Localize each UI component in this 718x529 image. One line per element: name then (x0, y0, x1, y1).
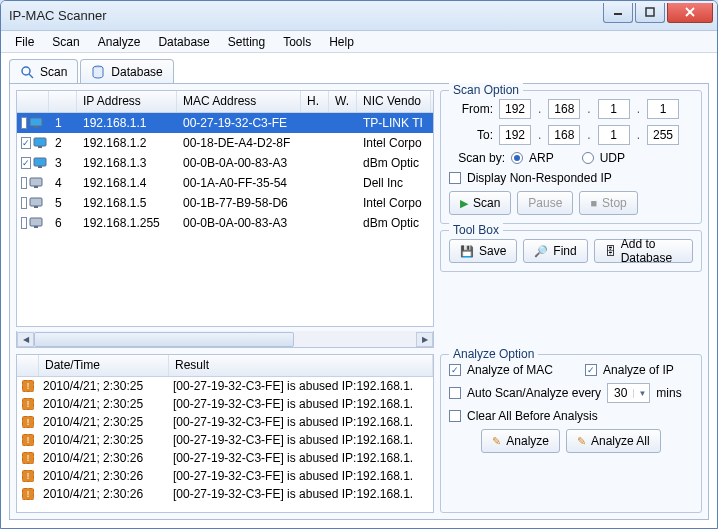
analyze-all-button[interactable]: ✎Analyze All (566, 429, 661, 453)
cell-mac: 00-27-19-32-C3-FE (177, 116, 301, 130)
menu-file[interactable]: File (7, 33, 42, 51)
analyze-ip-checkbox[interactable] (585, 364, 597, 376)
row-index: 3 (49, 156, 77, 170)
tab-strip: Scan Database (9, 57, 709, 83)
from-ip-oct3[interactable] (598, 99, 630, 119)
menu-tools[interactable]: Tools (275, 33, 319, 51)
to-ip-oct3[interactable] (598, 125, 630, 145)
log-row[interactable]: 2010/4/21; 2:30:26[00-27-19-32-C3-FE] is… (17, 485, 433, 503)
row-checkbox[interactable] (21, 177, 27, 189)
log-datetime: 2010/4/21; 2:30:26 (39, 487, 169, 501)
scroll-thumb[interactable] (34, 332, 294, 347)
analyze-mac-label: Analyze of MAC (467, 363, 553, 377)
from-ip-oct1[interactable] (499, 99, 531, 119)
menu-setting[interactable]: Setting (220, 33, 273, 51)
grid-header: IP Address MAC Address H. W. NIC Vendo (17, 91, 433, 113)
table-row[interactable]: ✓3192.168.1.300-0B-0A-00-83-A3dBm Optic (17, 153, 433, 173)
scan-result-grid[interactable]: IP Address MAC Address H. W. NIC Vendo 1… (16, 90, 434, 327)
col-ip[interactable]: IP Address (77, 91, 177, 112)
col-result[interactable]: Result (169, 355, 433, 376)
log-row[interactable]: 2010/4/21; 2:30:25[00-27-19-32-C3-FE] is… (17, 431, 433, 449)
log-row[interactable]: 2010/4/21; 2:30:25[00-27-19-32-C3-FE] is… (17, 413, 433, 431)
clear-before-checkbox[interactable] (449, 410, 461, 422)
find-button[interactable]: 🔎Find (523, 239, 587, 263)
from-label: From: (449, 102, 493, 116)
log-row[interactable]: 2010/4/21; 2:30:26[00-27-19-32-C3-FE] is… (17, 467, 433, 485)
cell-vendor: Intel Corpo (357, 196, 431, 210)
analyze-log-grid[interactable]: Date/Time Result 2010/4/21; 2:30:25[00-2… (16, 354, 434, 513)
cell-vendor: Dell Inc (357, 176, 431, 190)
interval-select[interactable]: 30▼ (607, 383, 650, 403)
to-ip-oct1[interactable] (499, 125, 531, 145)
warning-icon (22, 398, 34, 410)
tab-scan[interactable]: Scan (9, 59, 78, 83)
svg-rect-18 (34, 226, 38, 228)
cell-mac: 00-18-DE-A4-D2-8F (177, 136, 301, 150)
monitor-icon (29, 177, 43, 189)
log-result: [00-27-19-32-C3-FE] is abused IP:192.168… (169, 487, 433, 501)
arp-label: ARP (529, 151, 554, 165)
arp-radio[interactable] (511, 152, 523, 164)
to-ip-oct4[interactable] (647, 125, 679, 145)
menu-scan[interactable]: Scan (44, 33, 87, 51)
analyze-mac-checkbox[interactable] (449, 364, 461, 376)
scan-button[interactable]: ▶Scan (449, 191, 511, 215)
play-icon: ▶ (460, 197, 468, 210)
col-w[interactable]: W. (329, 91, 357, 112)
stop-button[interactable]: ■Stop (579, 191, 637, 215)
log-result: [00-27-19-32-C3-FE] is abused IP:192.168… (169, 415, 433, 429)
svg-rect-17 (30, 218, 42, 226)
from-ip-oct4[interactable] (647, 99, 679, 119)
cell-mac: 00-1B-77-B9-58-D6 (177, 196, 301, 210)
close-button[interactable] (667, 3, 713, 23)
col-datetime[interactable]: Date/Time (39, 355, 169, 376)
log-row[interactable]: 2010/4/21; 2:30:25[00-27-19-32-C3-FE] is… (17, 377, 433, 395)
menu-analyze[interactable]: Analyze (90, 33, 149, 51)
menu-help[interactable]: Help (321, 33, 362, 51)
analyze-button[interactable]: ✎Analyze (481, 429, 560, 453)
to-ip-oct2[interactable] (548, 125, 580, 145)
analyze-option-legend: Analyze Option (449, 347, 538, 361)
table-row[interactable]: 6192.168.1.25500-0B-0A-00-83-A3dBm Optic (17, 213, 433, 233)
minimize-button[interactable] (603, 3, 633, 23)
pause-button[interactable]: Pause (517, 191, 573, 215)
col-vendor[interactable]: NIC Vendo (357, 91, 431, 112)
row-checkbox[interactable] (21, 197, 27, 209)
display-nonresponded-checkbox[interactable] (449, 172, 461, 184)
tab-database-label: Database (111, 65, 162, 79)
cell-ip: 192.168.1.1 (77, 116, 177, 130)
auto-scan-checkbox[interactable] (449, 387, 461, 399)
maximize-button[interactable] (635, 3, 665, 23)
log-result: [00-27-19-32-C3-FE] is abused IP:192.168… (169, 379, 433, 393)
log-row[interactable]: 2010/4/21; 2:30:25[00-27-19-32-C3-FE] is… (17, 395, 433, 413)
cell-mac: 00-0B-0A-00-83-A3 (177, 216, 301, 230)
row-checkbox[interactable] (21, 217, 27, 229)
col-mac[interactable]: MAC Address (177, 91, 301, 112)
from-ip-oct2[interactable] (548, 99, 580, 119)
cell-mac: 00-1A-A0-FF-35-54 (177, 176, 301, 190)
svg-rect-7 (30, 118, 42, 126)
tab-database[interactable]: Database (80, 59, 173, 83)
row-index: 2 (49, 136, 77, 150)
scroll-left-button[interactable]: ◀ (17, 332, 34, 347)
menu-database[interactable]: Database (150, 33, 217, 51)
log-result: [00-27-19-32-C3-FE] is abused IP:192.168… (169, 469, 433, 483)
save-button[interactable]: 💾Save (449, 239, 517, 263)
table-row[interactable]: 4192.168.1.400-1A-A0-FF-35-54Dell Inc (17, 173, 433, 193)
row-checkbox[interactable]: ✓ (21, 137, 31, 149)
table-row[interactable]: 1192.168.1.100-27-19-32-C3-FETP-LINK TI (17, 113, 433, 133)
auto-scan-label: Auto Scan/Analyze every (467, 386, 601, 400)
title-bar: IP-MAC Scanner (1, 1, 717, 31)
log-row[interactable]: 2010/4/21; 2:30:26[00-27-19-32-C3-FE] is… (17, 449, 433, 467)
cell-mac: 00-0B-0A-00-83-A3 (177, 156, 301, 170)
table-row[interactable]: 5192.168.1.500-1B-77-B9-58-D6Intel Corpo (17, 193, 433, 213)
scroll-right-button[interactable]: ▶ (416, 332, 433, 347)
row-checkbox[interactable]: ✓ (21, 157, 31, 169)
display-nonresponded-label: Display Non-Responded IP (467, 171, 612, 185)
col-h[interactable]: H. (301, 91, 329, 112)
row-checkbox[interactable] (21, 117, 27, 129)
add-to-database-button[interactable]: 🗄Add to Database (594, 239, 693, 263)
table-row[interactable]: ✓2192.168.1.200-18-DE-A4-D2-8FIntel Corp… (17, 133, 433, 153)
horizontal-scrollbar[interactable]: ◀ ▶ (16, 331, 434, 348)
udp-radio[interactable] (582, 152, 594, 164)
